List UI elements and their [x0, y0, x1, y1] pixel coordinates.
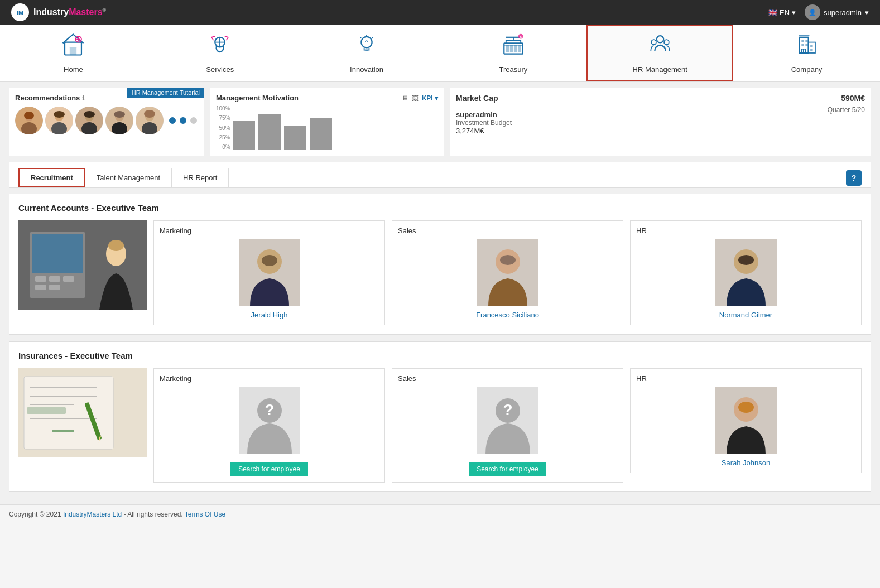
dot-2: [180, 117, 186, 124]
market-username: superadmin: [456, 110, 512, 119]
svg-point-10: [361, 37, 372, 47]
svg-point-78: [738, 255, 754, 265]
francesco-siciliano-name[interactable]: Francesco Siciliano: [398, 311, 617, 319]
footer-company-link[interactable]: IndustryMasters Ltd: [63, 510, 122, 518]
chart-area: 100% 75% 50% 25% 0%: [216, 105, 438, 150]
hr-card-current: HR Normand Gilmer: [630, 220, 862, 325]
market-quarter-section: Quarter 5/20: [828, 106, 865, 135]
user-avatar: 👤: [805, 4, 820, 20]
avatar-3[interactable]: [75, 107, 103, 134]
svg-rect-35: [810, 45, 812, 47]
chart-image-icon[interactable]: 🖼: [412, 94, 419, 102]
svg-point-59: [144, 110, 155, 118]
sales-insurance-dept: Sales: [398, 374, 416, 383]
svg-point-27: [664, 40, 669, 45]
avatar-1[interactable]: [15, 107, 43, 134]
insurance-image: [18, 368, 147, 457]
svg-point-47: [54, 111, 65, 118]
chart-widget: Management Motivation 🖥 🖼 KPI ▾ 100% 75%…: [210, 88, 444, 156]
chart-monitor-icon[interactable]: 🖥: [402, 94, 408, 102]
market-budget-label: Investment Budget: [456, 119, 512, 127]
recommendations-widget: Recommendations ℹ HR Management Tutorial: [9, 88, 204, 156]
chart-bars: [233, 105, 438, 150]
francesco-photo: [477, 239, 538, 306]
svg-rect-67: [49, 285, 60, 290]
jerald-high-name[interactable]: Jerald High: [160, 311, 379, 319]
dot-1: [169, 117, 176, 124]
bar-1: [233, 121, 255, 150]
svg-rect-29: [808, 42, 815, 53]
help-button[interactable]: ?: [846, 170, 862, 186]
avatar-5[interactable]: [136, 107, 164, 134]
lang-label: EN: [780, 8, 790, 17]
nav-label-company: Company: [791, 65, 823, 74]
svg-point-72: [262, 255, 277, 266]
lang-selector[interactable]: 🇬🇧 EN ▾: [768, 8, 796, 17]
svg-rect-31: [801, 40, 804, 42]
marketing-insurance-placeholder: ?: [239, 387, 300, 454]
avatar-4[interactable]: [105, 107, 133, 134]
widgets-row: Recommendations ℹ HR Management Tutorial: [9, 88, 871, 156]
hr-card-insurance: HR Sarah Johnson: [630, 368, 862, 473]
innovation-icon: [354, 32, 379, 62]
nav-label-treasury: Treasury: [499, 65, 527, 74]
nav-item-treasury[interactable]: $ Treasury: [440, 25, 586, 81]
svg-point-97: [738, 402, 754, 413]
marketing-insurance-dept: Marketing: [160, 374, 191, 383]
kpi-dropdown[interactable]: KPI ▾: [422, 94, 438, 102]
sales-search-btn[interactable]: Search for employee: [469, 462, 546, 476]
tab-talent-management[interactable]: Talent Management: [85, 168, 172, 187]
bar-2: [258, 114, 281, 150]
jerald-photo: [239, 239, 300, 306]
nav-item-innovation[interactable]: Innovation: [294, 25, 440, 81]
svg-rect-63: [35, 276, 46, 282]
nav-item-company[interactable]: Company: [733, 25, 880, 81]
market-quarter: Quarter 5/20: [828, 106, 865, 114]
nav-label-hr-management: HR Management: [633, 65, 687, 74]
nav-item-hr-management[interactable]: HR Management: [586, 25, 733, 81]
tutorial-badge[interactable]: HR Management Tutorial: [127, 88, 204, 98]
svg-point-25: [657, 36, 663, 42]
nav-item-services[interactable]: Services: [147, 25, 294, 81]
user-dropdown-arrow: ▾: [865, 8, 869, 17]
home-icon: [61, 32, 85, 62]
chart-title: Management Motivation: [216, 94, 299, 102]
market-cap-widget: Market Cap 590M€ superadmin Investment B…: [450, 88, 871, 156]
top-header: IM IndustryMasters® 🇬🇧 EN ▾ 👤 superadmin…: [0, 0, 880, 25]
sarah-photo: [715, 387, 777, 454]
user-selector[interactable]: 👤 superadmin ▾: [805, 4, 869, 20]
current-accounts-title: Current Accounts - Executive Team: [18, 203, 862, 213]
market-cap-value: 590M€: [841, 94, 865, 103]
nav-item-home[interactable]: Home: [0, 25, 147, 81]
marketing-card-current: Marketing Jerald High: [153, 220, 385, 325]
normand-gilmer-name[interactable]: Normand Gilmer: [636, 311, 855, 319]
info-icon[interactable]: ℹ: [82, 94, 85, 102]
avatars-row: [15, 107, 198, 134]
bar-3: [284, 126, 306, 150]
nav-label-services: Services: [206, 65, 234, 74]
username-label: superadmin: [824, 8, 862, 17]
tabs-list: Recruitment Talent Management HR Report: [18, 168, 228, 187]
company-icon: [795, 32, 819, 62]
svg-rect-62: [32, 234, 83, 273]
market-user-section: superadmin Investment Budget 3,274M€: [456, 106, 512, 135]
bar-4: [310, 118, 332, 150]
footer-terms-link[interactable]: Terms Of Use: [185, 510, 225, 518]
market-header: Market Cap 590M€: [456, 94, 865, 103]
nav-bar: Home Services: [0, 25, 880, 82]
current-accounts-section: Current Accounts - Executive Team: [9, 194, 871, 335]
marketing-search-btn[interactable]: Search for employee: [230, 462, 308, 476]
sales-dept-label: Sales: [398, 226, 416, 235]
tab-recruitment[interactable]: Recruitment: [18, 168, 85, 187]
insurances-section: Insurances - Executive Team: [9, 341, 871, 492]
hr-dept-label: HR: [636, 226, 647, 235]
svg-rect-18: [514, 45, 517, 52]
avatar-2[interactable]: [45, 107, 73, 134]
current-accounts-grid: Marketing Jerald High Sales: [18, 220, 862, 325]
svg-line-14: [372, 37, 373, 38]
tab-hr-report[interactable]: HR Report: [171, 168, 229, 187]
sarah-johnson-name[interactable]: Sarah Johnson: [636, 459, 855, 467]
normand-photo: [715, 239, 777, 306]
logo-area: IM IndustryMasters®: [11, 3, 106, 21]
svg-line-13: [360, 37, 362, 38]
